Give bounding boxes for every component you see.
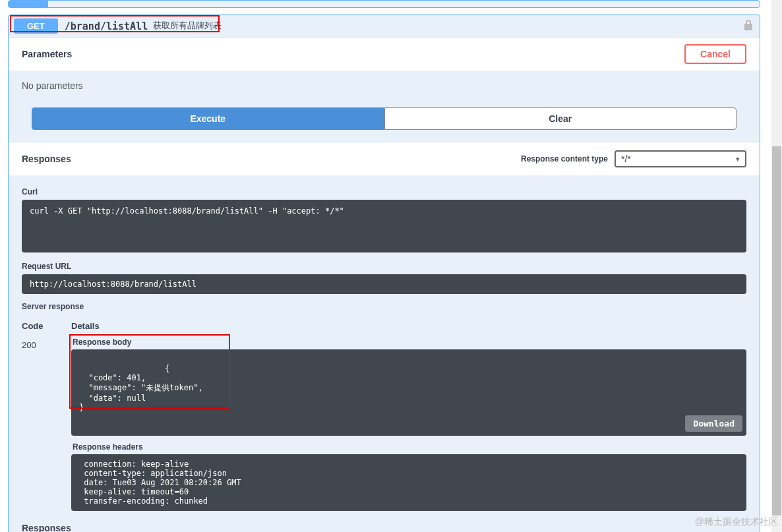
- clear-button[interactable]: Clear: [384, 107, 737, 130]
- response-headers-block: connection: keep-alive content-type: app…: [71, 454, 746, 511]
- responses-bar: Responses Response content type */* ▾: [9, 142, 760, 175]
- response-row: 200 Response body { "code": 401, "messag…: [22, 338, 746, 511]
- operation-block: GET /brand/listAll 获取所有品牌列表 Parameters C…: [8, 15, 760, 532]
- collapsed-operation[interactable]: [8, 0, 760, 8]
- response-body-title: Response body: [71, 338, 746, 347]
- parameters-title: Parameters: [22, 49, 72, 59]
- no-parameters-text: No parameters: [22, 80, 746, 91]
- scrollbar-thumb[interactable]: [772, 146, 781, 516]
- cancel-button[interactable]: Cancel: [684, 44, 746, 64]
- response-code: 200: [22, 338, 71, 350]
- code-column-header: Code: [22, 321, 71, 331]
- operation-header[interactable]: GET /brand/listAll 获取所有品牌列表: [9, 15, 760, 37]
- lock-icon[interactable]: [744, 20, 753, 32]
- responses-footer-title: Responses: [22, 523, 746, 532]
- chevron-down-icon: ▾: [736, 155, 740, 163]
- content-type-value: */*: [621, 154, 631, 164]
- content-type-select[interactable]: */* ▾: [615, 150, 746, 167]
- watermark: @稀土掘金技术社区: [695, 516, 778, 528]
- request-url-title: Request URL: [22, 262, 746, 271]
- details-column-header: Details: [71, 321, 746, 331]
- execute-button[interactable]: Execute: [32, 107, 384, 130]
- curl-block: curl -X GET "http://localhost:8088/brand…: [22, 200, 746, 252]
- method-badge: GET: [14, 18, 58, 34]
- parameters-header: Parameters Cancel: [9, 37, 760, 71]
- request-url-block: http://localhost:8088/brand/listAll: [22, 274, 746, 294]
- endpoint-summary: 获取所有品牌列表: [153, 20, 222, 32]
- response-table-header: Code Details: [22, 321, 746, 331]
- response-headers-title: Response headers: [71, 442, 746, 452]
- content-type-label: Response content type: [521, 154, 608, 163]
- response-body-text: { "code": 401, "message": "未提供token", "d…: [79, 364, 203, 412]
- curl-title: Curl: [22, 187, 746, 196]
- endpoint-path: /brand/listAll: [65, 20, 148, 32]
- responses-title: Responses: [22, 154, 71, 164]
- server-response-title: Server response: [22, 302, 746, 311]
- download-button[interactable]: Download: [685, 415, 742, 432]
- scrollbar[interactable]: [771, 0, 782, 532]
- response-body-block: { "code": 401, "message": "未提供token", "d…: [71, 349, 746, 436]
